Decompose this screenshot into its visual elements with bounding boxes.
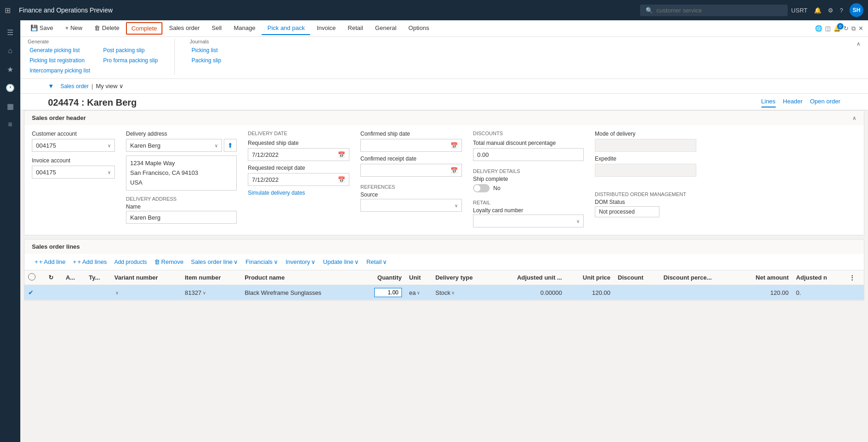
sidebar-toggle-icon[interactable]: ◫ [825,25,831,32]
window-icon[interactable]: ⧉ [851,25,856,32]
section-header-toggle[interactable]: Sales order header ∧ [24,111,864,125]
quantity-input[interactable] [374,288,402,297]
row-refresh [45,285,62,300]
select-all-checkbox[interactable] [28,273,36,281]
ribbon-expand-icon[interactable]: ∧ [856,41,861,47]
sidebar-home-icon[interactable]: ⌂ [2,42,18,59]
generate-picking-list[interactable]: Generate picking list [28,46,92,54]
col-a: A... [62,270,85,285]
toggle-label: No [493,185,500,191]
row-unit[interactable]: ea ∨ [406,285,432,300]
globe-icon[interactable]: 🌐 [815,25,822,32]
pro-forma-packing-slip[interactable]: Pro forma packing slip [101,56,160,65]
row-quantity[interactable] [357,285,406,300]
add-products-btn[interactable]: Add products [112,258,150,266]
tab-manage[interactable]: Manage [228,22,261,35]
grid-icon[interactable]: ⊞ [5,6,11,15]
table-row[interactable]: ✔ ∨ [24,285,864,300]
customer-account-label: Customer account [32,131,115,137]
search-bar[interactable]: 🔍 [640,5,788,16]
breadcrumb-sales-order[interactable]: Sales order [60,83,89,90]
tab-pick-and-pack[interactable]: Pick and pack [262,22,310,35]
requested-receipt-date-input[interactable]: 7/12/2022 📅 [248,173,349,186]
sales-order-line-btn[interactable]: Sales order line ∨ [188,257,241,266]
delivery-address-label: Delivery address [126,131,237,137]
plus-icon: + [73,258,77,265]
source-input[interactable]: ∨ [360,199,462,212]
breadcrumb-view[interactable]: My view ∨ [96,83,124,90]
add-lines-btn[interactable]: + + Add lines [70,257,110,266]
sidebar-clock-icon[interactable]: 🕐 [2,79,18,96]
customer-account-input[interactable]: 004175 ∨ [32,139,115,152]
refresh-icon[interactable]: ↻ [844,25,849,32]
row-select[interactable]: ✔ [24,285,45,300]
tab-open-order[interactable]: Open order [810,98,840,108]
tab-header[interactable]: Header [783,98,803,108]
requested-ship-date-input[interactable]: 7/12/2022 📅 [248,148,349,161]
loyalty-input[interactable]: ∨ [473,215,584,227]
row-type [85,285,110,300]
toggle-knob [474,185,480,191]
calendar-icon[interactable]: 📅 [450,142,458,149]
calendar-icon[interactable]: 📅 [338,176,345,183]
simulate-delivery-dates-link[interactable]: Simulate delivery dates [248,190,349,196]
confirmed-receipt-date-input[interactable]: 📅 [360,164,462,177]
tab-options[interactable]: Options [403,22,435,35]
update-line-btn[interactable]: Update line ∨ [320,257,362,266]
row-delivery-type[interactable]: Stock ∨ [431,285,493,300]
delivery-address-name-section: DELIVERY ADDRESS Name Karen Berg [126,196,237,224]
notification-badge[interactable]: 🔔0 [833,25,841,32]
tab-save[interactable]: 💾 Save [25,22,59,35]
address-line3: USA [130,178,233,188]
filter-icon[interactable]: ▼ [48,83,54,90]
requested-ship-label: Requested ship date [248,140,349,146]
discount-pct-input[interactable]: 0.00 [473,148,584,161]
discounts-col: DISCOUNTS Total manual discount percenta… [473,131,584,227]
upload-address-btn[interactable]: ⬆ [224,139,237,152]
remove-btn[interactable]: 🗑 Remove [151,257,186,266]
dom-status-field: DOM Status Not processed [595,199,696,217]
invoice-account-label: Invoice account [32,157,115,164]
picking-list-journal[interactable]: Picking list [190,46,223,54]
avatar[interactable]: SH [850,3,863,17]
tab-complete[interactable]: Complete [126,22,163,35]
confirmed-ship-date-input[interactable]: 📅 [360,139,462,152]
toggle-switch[interactable] [473,184,490,192]
picking-list-registration[interactable]: Picking list registration [28,56,92,65]
ship-complete-toggle[interactable]: No [473,184,584,192]
settings-icon[interactable]: ⚙ [828,7,833,14]
intercompany-picking-list[interactable]: Intercompany picking list [28,66,92,75]
row-item-number[interactable]: 81327 ∨ [181,285,241,300]
calendar-icon[interactable]: 📅 [450,167,458,174]
search-input[interactable] [657,7,782,14]
invoice-account-input[interactable]: 004175 ∨ [32,166,115,179]
sidebar-menu-icon[interactable]: ☰ [2,24,18,41]
tab-retail[interactable]: Retail [342,22,369,35]
tab-lines[interactable]: Lines [761,98,776,108]
packing-slip-journal[interactable]: Packing slip [190,56,223,65]
add-line-btn[interactable]: + + Add line [32,257,68,266]
variant-chevron-icon: ∨ [115,290,119,295]
delivery-address-input[interactable]: Karen Berg ∨ [126,139,222,152]
inventory-btn[interactable]: Inventory ∨ [283,257,318,266]
row-variant[interactable]: ∨ [111,285,181,300]
sidebar-star-icon[interactable]: ★ [2,61,18,78]
tab-new[interactable]: + New [60,22,88,35]
col-unit-price: Unit price [566,270,614,285]
close-icon[interactable]: ✕ [858,25,863,32]
sidebar-chart-icon[interactable]: ▦ [2,98,18,114]
name-input[interactable]: Karen Berg [126,211,237,224]
section-collapse-icon[interactable]: ∧ [852,115,856,121]
post-packing-slip[interactable]: Post packing slip [101,46,160,54]
tab-delete[interactable]: 🗑 Delete [89,22,125,35]
tab-invoice[interactable]: Invoice [311,22,341,35]
sidebar-list-icon[interactable]: ≡ [2,116,18,133]
notification-icon[interactable]: 🔔 [814,7,821,14]
tab-sales-order[interactable]: Sales order [163,22,205,35]
calendar-icon[interactable]: 📅 [338,151,345,158]
help-icon[interactable]: ? [840,7,843,14]
retail-line-btn[interactable]: Retail ∨ [364,257,390,266]
tab-sell[interactable]: Sell [206,22,227,35]
financials-btn[interactable]: Financials ∨ [243,257,281,266]
tab-general[interactable]: General [370,22,402,35]
